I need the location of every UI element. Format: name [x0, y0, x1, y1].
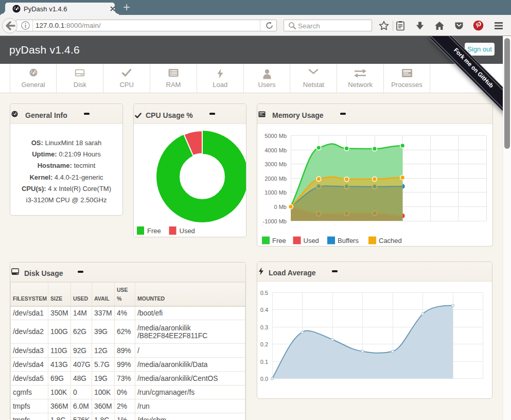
svg-text:Used: Used — [304, 237, 319, 244]
svg-text:3000 Mb: 3000 Mb — [265, 161, 287, 167]
svg-text:0.0: 0.0 — [260, 376, 268, 382]
svg-text:0.2: 0.2 — [260, 341, 268, 347]
svg-text:0.5: 0.5 — [260, 290, 268, 296]
svg-text:0.3: 0.3 — [260, 324, 268, 330]
svg-text:0.1: 0.1 — [260, 359, 268, 365]
svg-text:Free: Free — [272, 237, 286, 244]
svg-text:0.4: 0.4 — [260, 307, 268, 313]
svg-text:Free: Free — [147, 227, 161, 235]
svg-text:-1000 Mb: -1000 Mb — [263, 218, 287, 224]
svg-text:0 Mb: 0 Mb — [274, 204, 287, 210]
svg-text:4000 Mb: 4000 Mb — [265, 147, 287, 153]
svg-text:Used: Used — [180, 227, 195, 235]
svg-text:1000 Mb: 1000 Mb — [265, 189, 287, 196]
svg-text:5000 Mb: 5000 Mb — [265, 133, 287, 139]
svg-text:Buffers: Buffers — [338, 237, 359, 244]
svg-text:2000 Mb: 2000 Mb — [265, 176, 287, 182]
svg-text:Cached: Cached — [379, 237, 402, 244]
